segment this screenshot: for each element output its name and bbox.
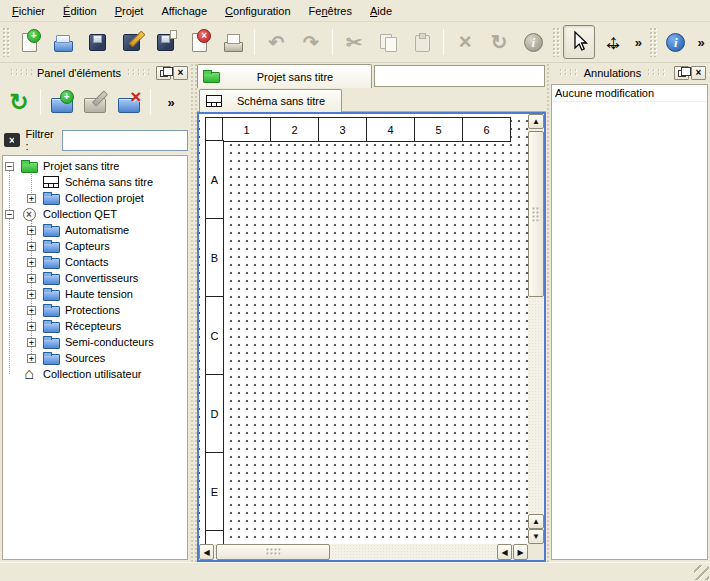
tree-item-label: Contacts [65,256,108,268]
tree-expander-expand[interactable]: + [27,242,36,251]
save-as-button[interactable] [115,25,147,59]
toolbar-handle[interactable] [2,27,10,57]
tree-expander-expand[interactable]: + [27,306,36,315]
tree-item-collection-projet[interactable]: +Collection projet [3,190,187,206]
paste-button[interactable] [406,25,438,59]
tree-item-collection-qet[interactable]: −Collection QET [3,206,187,222]
folder-icon [42,272,60,285]
tree-item-schema-sans-titre[interactable]: Schéma sans titre [3,174,187,190]
toolbar-handle[interactable] [649,27,657,57]
rotate-button[interactable]: ↻ [483,25,515,59]
toolbar-overflow-1-button[interactable]: » [630,25,646,59]
redo-button[interactable]: ↷ [295,25,327,59]
scroll-right-button[interactable]: ▶ [513,544,528,560]
filter-label: Filtrer : [26,128,57,152]
cut-button[interactable]: ✂ [338,25,370,59]
tree-item-haute-tension[interactable]: +Haute tension [3,286,187,302]
close-panel-button[interactable]: × [691,66,706,80]
toolbar-handle[interactable] [552,27,560,57]
menu-item-edition[interactable]: Édition [54,2,106,20]
float-panel-button[interactable] [156,66,171,80]
clear-filter-icon[interactable] [4,133,20,147]
schema-tabbar: Schéma sans titre [197,88,546,112]
resize-grip[interactable] [694,565,709,580]
edit-category-button[interactable] [80,86,112,118]
reload-collections-button[interactable]: ↻ [3,86,35,118]
undo-panel-titlebar[interactable]: Annulations × [551,63,708,82]
tree-item-automatisme[interactable]: +Automatisme [3,222,187,238]
tree-item-label: Collection QET [43,208,117,220]
element-info-button[interactable]: i [517,25,549,59]
tree-item-label: Protections [65,304,120,316]
undo-list-item[interactable]: Aucune modification [552,85,707,102]
tree-expander-collapse[interactable]: − [5,162,14,171]
float-panel-button[interactable] [674,66,689,80]
tree-item-contacts[interactable]: +Contacts [3,254,187,270]
close-file-button[interactable] [183,25,215,59]
tree-expander-expand[interactable]: + [27,258,36,267]
scroll-up-button[interactable]: ▲ [528,114,544,129]
save-all-button[interactable] [149,25,181,59]
menu-item-affichage[interactable]: Affichage [152,2,216,20]
about-qet-button[interactable]: i [660,25,692,59]
scroll-mode-button[interactable]: ↔↕ [597,25,629,59]
tree-item-projet-sans-titre[interactable]: −Projet sans titre [3,158,187,174]
panel-overflow-button[interactable]: » [155,86,187,118]
folder-icon [42,336,60,349]
tree-expander-expand[interactable]: + [27,338,36,347]
tree-item-convertisseurs[interactable]: +Convertisseurs [3,270,187,286]
move-cross-icon: ↔↕ [601,30,625,54]
tree-item-protections[interactable]: +Protections [3,302,187,318]
new-document-button[interactable] [13,25,45,59]
menu-item-label-part: rojet [122,5,143,17]
close-panel-button[interactable]: × [173,66,188,80]
select-mode-button[interactable] [563,25,595,59]
menu-item-fichier[interactable]: Fichier [3,2,54,20]
tree-item-capteurs[interactable]: +Capteurs [3,238,187,254]
horizontal-scrollbar-thumb[interactable] [216,544,330,560]
elements-panel-titlebar[interactable]: Panel d'éléments × [2,63,190,82]
scroll-down-button[interactable]: ▼ [528,529,544,544]
tree-item-sources[interactable]: +Sources [3,350,187,366]
open-project-button[interactable] [47,25,79,59]
undo-button[interactable]: ↶ [260,25,292,59]
menu-item-configuration[interactable]: Configuration [216,2,299,20]
tree-item-semi-conducteurs[interactable]: +Semi-conducteurs [3,334,187,350]
main-toolbar: ↶↷✂×↻i↔↕»i» [0,22,710,63]
tab-schema[interactable]: Schéma sans titre [199,89,342,112]
menu-item-fenetres[interactable]: Fenêtres [300,2,361,20]
menu-item-projet[interactable]: Projet [106,2,153,20]
tree-expander-expand[interactable]: + [27,322,36,331]
toolbar-overflow-2-button[interactable]: » [693,25,709,59]
scroll-left-button[interactable]: ◀ [199,544,214,560]
scroll-left-button-2[interactable]: ◀ [497,544,512,560]
scroll-up-button-2[interactable]: ▲ [528,514,544,529]
tree-item-recepteurs[interactable]: +Récepteurs [3,318,187,334]
left-splitter-handle[interactable] [190,63,197,562]
tree-item-label: Capteurs [65,240,110,252]
tree-expander-expand[interactable]: + [27,354,36,363]
tree-expander-expand[interactable]: + [27,226,36,235]
print-button[interactable] [217,25,249,59]
save-button[interactable] [81,25,113,59]
tree-expander-expand[interactable]: + [27,274,36,283]
vertical-scrollbar[interactable]: ▲ ▲ ▼ [528,114,544,544]
menu-item-aide[interactable]: Aide [361,2,401,20]
folder-icon [42,192,60,205]
delete-category-button[interactable] [113,86,145,118]
tree-item-collection-utilisateur[interactable]: Collection utilisateur [3,366,187,382]
delete-button[interactable]: × [449,25,481,59]
filter-input[interactable] [62,130,188,151]
menu-item-label-part: Fe [309,5,322,17]
diagram-canvas[interactable]: 123456 ABCDE [199,114,528,544]
tree-expander-collapse[interactable]: − [5,210,14,219]
tree-expander-expand[interactable]: + [27,194,36,203]
horizontal-scrollbar[interactable]: ◀ ◀ ▶ [199,544,528,560]
tree-expander-expand[interactable]: + [27,290,36,299]
copy-button[interactable] [372,25,404,59]
new-category-button[interactable] [46,86,78,118]
undo-panel-title: Annulations [584,67,642,79]
tab-project[interactable]: Projet sans titre [197,64,372,88]
vertical-scrollbar-thumb[interactable] [528,131,544,297]
row-header: E [205,452,224,531]
